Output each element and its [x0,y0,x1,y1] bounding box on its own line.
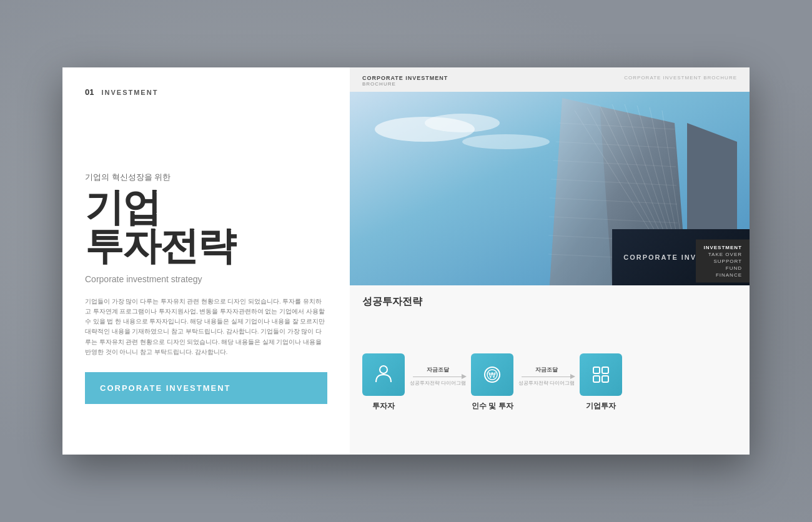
arrow2-bottom: 성공투자전략 다이어그램 [518,380,575,387]
sidebar-label-fund: FUND [703,265,742,271]
left-header: 01 INVESTMENT [85,87,327,97]
right-sidebar-labels: INVESTMENT TAKE OVER SUPPORT FUND FINANC… [696,240,750,283]
brochure-label: BROCHURE [362,81,448,87]
brochure: 01 INVESTMENT 기업의 혁신성장을 위한 기업 투자전략 Corpo… [62,67,750,455]
acquisition-icon-box: ₩ [471,353,513,396]
corporate-banner[interactable]: CORPORATE INVESTMENT [85,372,327,404]
coin-icon: ₩ [481,363,503,386]
grid-icon [590,363,612,386]
description-text: 기업들이 가장 많이 다루는 투자유치 관련 현황으로 디자인 되었습니다. 투… [85,297,327,357]
title-section: 기업의 혁신성장을 위한 기업 투자전략 Corporate investmen… [85,172,327,357]
arrow1-top: 자금조달 [427,366,449,374]
corp-invest-icon-box [580,353,622,396]
arrow-1: 자금조달 성공투자전략 다이어그램 [405,366,471,399]
arrow2-line [522,377,572,377]
strategy-subtitle: Corporate investment strategy [85,274,327,284]
right-header-right: CORPORATE INVESTMENT BROCHURE [624,75,737,87]
bottom-section: 성공투자전략 투자자 자금조달 성공투자전 [350,285,750,455]
flow-item-acquisition: ₩ 인수 및 투자 [471,353,513,411]
svg-rect-29 [593,376,600,382]
investment-label: INVESTMENT [101,89,158,96]
building-image: CORPORATE INVESTMENT [350,92,750,285]
acquisition-label: 인수 및 투자 [472,401,513,411]
svg-point-23 [380,366,387,373]
flow-item-investor: 투자자 [362,353,405,411]
title-line1: 기업 [85,185,160,229]
sidebar-label-finance: FINANCE [703,272,742,278]
arrow-2: 자금조달 성공투자전략 다이어그램 [513,366,580,399]
flow-item-corp-invest: 기업투자 [580,353,622,411]
right-header: CORPORATE INVESTMENT BROCHURE CORPORATE … [350,67,750,92]
svg-point-2 [425,114,500,132]
subtitle-text: 기업의 혁신성장을 위한 [85,172,327,183]
svg-rect-28 [602,367,608,373]
arrow2-top: 자금조달 [535,366,558,374]
left-page: 01 INVESTMENT 기업의 혁신성장을 위한 기업 투자전략 Corpo… [62,67,350,455]
svg-point-3 [462,134,550,149]
arrow1-bottom: 성공투자전략 다이어그램 [410,380,466,387]
right-page: CORPORATE INVESTMENT BROCHURE CORPORATE … [350,67,750,455]
corp-invest-label: 기업투자 [586,401,616,411]
investor-label: 투자자 [372,401,395,411]
investor-icon-box [362,353,405,396]
main-title: 기업 투자전략 [85,188,327,265]
person-icon [372,363,395,386]
svg-rect-30 [602,376,608,382]
section-title: 성공투자전략 [362,295,737,308]
right-header-left: CORPORATE INVESTMENT BROCHURE [362,75,448,87]
svg-text:₩: ₩ [488,371,496,380]
sidebar-label-investment: INVESTMENT [703,245,742,250]
svg-rect-27 [593,367,600,373]
corp-invest-title: CORPORATE INVESTMENT [362,75,448,81]
arrow1-line [413,377,463,377]
sidebar-label-takeover: TAKE OVER [703,252,742,257]
page-number: 01 [85,87,94,97]
sidebar-label-support: SUPPORT [703,259,742,264]
flow-container: 투자자 자금조달 성공투자전략 다이어그램 ₩ [362,320,737,445]
title-line2: 투자전략 [85,224,235,267]
